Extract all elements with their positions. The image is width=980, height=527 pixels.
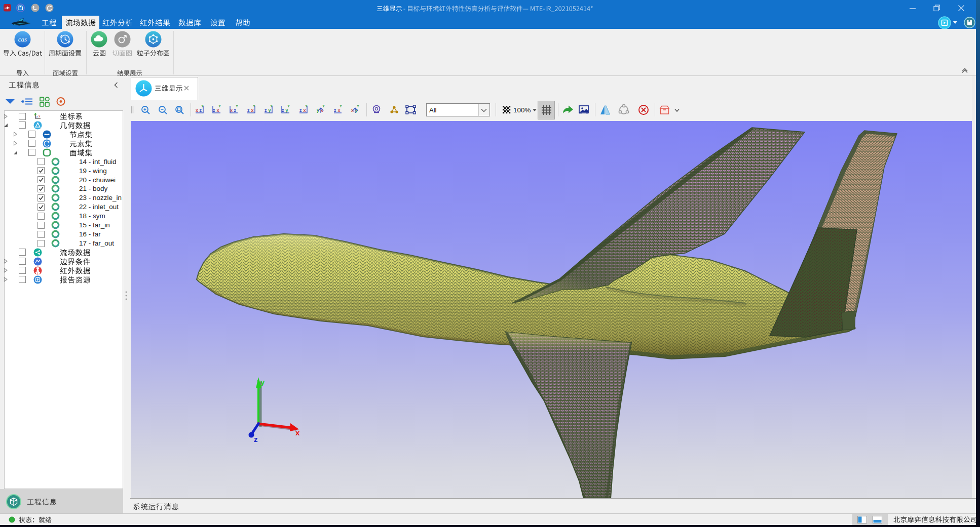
svg-text:z: z <box>254 435 258 443</box>
svg-text:x: x <box>196 108 198 113</box>
svg-text:x: x <box>39 114 41 118</box>
svg-text:z: z <box>334 108 336 113</box>
svg-text:x: x <box>217 108 219 113</box>
svg-text:z: z <box>247 108 250 113</box>
svg-text:x: x <box>251 108 254 113</box>
svg-text:z: z <box>282 108 284 113</box>
svg-text:x: x <box>338 108 341 113</box>
svg-text:x: x <box>295 428 300 437</box>
svg-text:z: z <box>36 115 38 118</box>
svg-text:Y: Y <box>218 104 221 108</box>
svg-text:z: z <box>213 108 215 113</box>
svg-text:Y: Y <box>236 104 238 108</box>
svg-text:z: z <box>200 108 202 113</box>
svg-text:Y: Y <box>34 113 36 116</box>
svg-text:Y: Y <box>357 104 359 108</box>
svg-text:y: y <box>286 108 288 113</box>
svg-text:cas: cas <box>18 35 27 43</box>
svg-text:z: z <box>265 108 267 113</box>
svg-text:y: y <box>269 108 271 113</box>
svg-text:y: y <box>260 378 265 386</box>
svg-text:Y: Y <box>287 104 290 108</box>
svg-text:x: x <box>230 108 233 113</box>
svg-text:z: z <box>299 108 302 113</box>
svg-text:z: z <box>234 108 237 113</box>
svg-text:x: x <box>304 108 306 113</box>
svg-text:Y: Y <box>322 104 325 108</box>
svg-text:Y: Y <box>340 104 342 108</box>
